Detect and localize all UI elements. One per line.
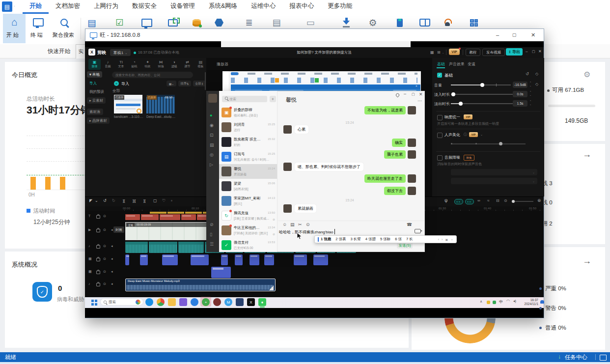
taskbar-app-blue[interactable]	[191, 298, 198, 306]
sticker-clip[interactable]	[294, 254, 307, 265]
layout-icon[interactable]: ⊞	[437, 50, 441, 55]
magnet-toggle[interactable]: ●●	[454, 199, 463, 204]
tray-icon-green[interactable]	[493, 301, 496, 304]
sticker-clip[interactable]	[235, 254, 243, 265]
voice-slider-knob[interactable]	[499, 142, 502, 145]
track-visibility-icon[interactable]: ⊙	[103, 214, 106, 218]
ime-candidate-2[interactable]: 2 张表	[335, 237, 346, 242]
track-mute-icon[interactable]: ◂	[111, 257, 113, 261]
volume-value[interactable]: -16.5dB	[513, 82, 527, 88]
audio-clip[interactable]	[178, 242, 204, 253]
denoise-checkbox[interactable]	[437, 155, 443, 161]
track-mute-icon[interactable]: ◂	[111, 282, 113, 286]
editor-close-icon[interactable]: ✕	[538, 49, 542, 54]
ime-candidate-3[interactable]: 3 长臂	[351, 237, 361, 242]
chat-minimize-icon[interactable]: –	[404, 91, 406, 96]
menu-tab-0[interactable]: 开始	[23, 0, 49, 14]
support-headset-icon[interactable]	[440, 16, 455, 29]
moments-icon[interactable]: ◎	[210, 152, 214, 157]
filter-button[interactable]: 全部↥	[193, 81, 206, 86]
preview-axis-icon[interactable]: ⊟	[496, 198, 499, 203]
chevron-down-icon[interactable]: ⌄	[480, 133, 483, 136]
ime-next-icon[interactable]: ›	[442, 238, 443, 241]
manual-book-icon[interactable]	[392, 16, 407, 29]
terminal-icon[interactable]	[28, 16, 49, 28]
tutorial-button[interactable]: 教程	[466, 49, 480, 56]
zoom-slider[interactable]	[512, 201, 533, 202]
remote-maximize-button[interactable]: ▢	[506, 28, 523, 41]
timeline-tool-9[interactable]: ▫	[171, 198, 172, 203]
fade-in-knob[interactable]	[451, 92, 455, 96]
text-clip[interactable]	[125, 214, 140, 220]
voice-checkbox[interactable]	[437, 133, 443, 138]
wechat-search-input[interactable]: 搜索	[222, 96, 267, 102]
add-chat-button[interactable]: +	[270, 96, 276, 102]
publish-video-button[interactable]: 发布视频	[482, 49, 505, 56]
track-lock-icon[interactable]	[96, 271, 100, 274]
chat-list-item-4[interactable]: 馨悦15:24累就躺着	[219, 164, 277, 179]
calculator-icon[interactable]: +−×=	[467, 16, 481, 29]
text-clip[interactable]	[141, 214, 159, 220]
editor-tab-2[interactable]: TI文本	[115, 59, 127, 70]
editor-tab-3[interactable]: ◔贴纸	[128, 59, 140, 70]
taskbar-app-purple[interactable]	[179, 298, 187, 306]
menu-tab-3[interactable]: 数据安全	[125, 0, 164, 14]
menu-tab-6[interactable]: 运维中心	[244, 0, 282, 14]
editor-tab-1[interactable]: ♪音频	[102, 59, 114, 70]
miniprogram-icon[interactable]: ⊘	[210, 222, 214, 227]
timeline-tool-8[interactable]: ♡	[162, 198, 166, 203]
keyframe-icon[interactable]: ◇	[535, 72, 538, 76]
chat-list-item-6[interactable]: 宋家源MIT_彬彬14:13[图片]	[219, 194, 277, 208]
realtime-screen-tab[interactable]: 实	[76, 44, 86, 58]
sticker-clip[interactable]	[162, 254, 178, 265]
view-toggle-button[interactable]: ▦⌄	[166, 81, 176, 86]
menu-tab-1[interactable]: 文档加密	[49, 0, 87, 14]
ime-candidate-6[interactable]: 6 张	[395, 237, 402, 242]
app-menu-caret[interactable]: ·	[14, 4, 15, 8]
text-clip[interactable]	[160, 214, 180, 220]
ime-candidate-1[interactable]: 1 张彪	[321, 237, 331, 242]
menu-tab-8[interactable]: 更多功能	[321, 0, 359, 14]
draft-dropdown[interactable]: 草稿1⌄	[110, 49, 131, 56]
ime-language-icon[interactable]: 中	[499, 299, 503, 305]
loudness-checkbox[interactable]	[437, 115, 443, 120]
emoji-icon[interactable]: ☺	[282, 222, 287, 227]
chat-close-icon[interactable]: ✕	[419, 92, 423, 97]
ime-collapse-icon[interactable]: ⌄	[450, 237, 453, 241]
chat-list-item-7[interactable]: ↻腾讯充值13:50[2条] 王者荣耀 | 购买成...⊘	[219, 208, 277, 223]
chat-list-item-3[interactable]: ▤订阅号15:25河北共青团: 奋斗! 时间定了...	[219, 149, 277, 164]
editor-tab-8[interactable]: ▤模板	[194, 59, 207, 70]
taskbar-app-maroon[interactable]	[213, 298, 221, 306]
fade-out-value[interactable]: 1.5s	[513, 100, 527, 107]
timeline-tool-1[interactable]: ⌄	[95, 198, 98, 203]
voice-call-icon[interactable]: ☎	[407, 222, 412, 227]
search-icon[interactable]	[51, 16, 77, 28]
taskbar-app-navy[interactable]	[236, 298, 244, 306]
import-label[interactable]: 导入	[121, 81, 129, 86]
track-visibility-icon[interactable]: ⊙	[103, 228, 106, 232]
chat-list-item-5[interactable]: 梁梁15:06[动画表情]	[219, 179, 277, 194]
knowledge-book-icon[interactable]	[417, 16, 432, 29]
download-icon[interactable]	[339, 16, 354, 29]
timeline-tool-2[interactable]: ↺	[103, 198, 107, 203]
link-toggle[interactable]: ●●	[465, 199, 474, 204]
file-icon[interactable]: ▤	[290, 222, 295, 227]
text-clip[interactable]	[181, 214, 196, 220]
settings-gear-icon[interactable]: ⚙	[365, 16, 380, 29]
fade-out-knob[interactable]	[459, 102, 463, 106]
zoom-slider-knob[interactable]	[512, 200, 515, 203]
timeline-tool-5[interactable]: ]|[	[133, 198, 136, 203]
favorites-icon[interactable]: ⊡	[210, 133, 214, 138]
windows-start-button[interactable]	[91, 300, 97, 306]
track-lock-icon[interactable]	[96, 229, 100, 232]
export-button[interactable]: ↥导出	[506, 48, 523, 56]
import-icon[interactable]: +	[114, 81, 119, 86]
remote-minimize-button[interactable]: –	[489, 28, 506, 41]
ime-panel-icon[interactable]: ▣	[445, 238, 448, 241]
denoise-select[interactable]: ⌄	[451, 169, 537, 175]
ime-candidate-7[interactable]: 7 长	[406, 237, 413, 242]
editor-maximize-icon[interactable]: ▢	[532, 50, 535, 54]
stepper-icon[interactable]: ⌃ ⌄	[529, 81, 531, 87]
phone-icon[interactable]: ▯	[210, 232, 212, 237]
files-icon[interactable]: ▤	[210, 142, 214, 147]
